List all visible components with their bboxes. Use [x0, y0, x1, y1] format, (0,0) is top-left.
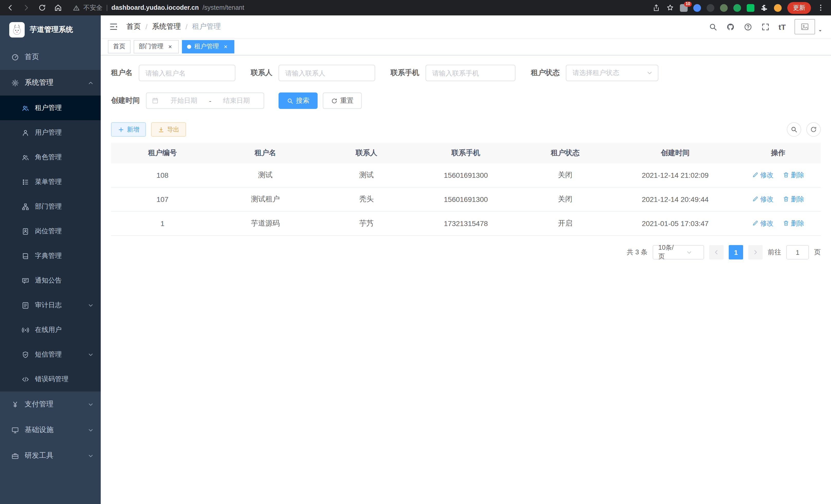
sidebar: 芋道管理系统 首页 系统管理 租户管理 [0, 16, 101, 504]
tenant-name-input[interactable] [139, 65, 235, 81]
sidebar-item-sms[interactable]: 短信管理 [0, 342, 101, 367]
breadcrumb-current: 租户管理 [192, 22, 221, 31]
browser-home-icon[interactable] [54, 4, 62, 12]
address-divider: | [106, 4, 108, 11]
browser-update-button[interactable]: 更新 [787, 2, 811, 13]
edit-icon [752, 172, 758, 179]
sidebar-item-post[interactable]: 岗位管理 [0, 219, 101, 243]
address-bar[interactable]: 不安全 | dashboard.yudao.iocoder.cn/system/… [73, 3, 244, 12]
breadcrumb: 首页 / 系统管理 / 租户管理 [126, 22, 221, 31]
plus-icon [118, 126, 124, 133]
page-content: 租户名 联系人 联系手机 租户状态 请选择租户状态 [101, 56, 831, 504]
edit-icon [752, 196, 758, 203]
github-icon[interactable] [726, 22, 735, 31]
ext-icon-6[interactable] [747, 4, 754, 11]
table-row: 107 测试租户 秃头 15601691300 关闭 2021-12-14 20… [111, 187, 821, 212]
tab-tenant[interactable]: 租户管理 × [182, 40, 234, 53]
filter-row-1: 租户名 联系人 联系手机 租户状态 请选择租户状态 [111, 65, 821, 81]
app-title: 芋道管理系统 [30, 25, 73, 34]
chevron-down-icon [88, 427, 93, 433]
sidebar-item-notice[interactable]: 通知公告 [0, 268, 101, 293]
extensions-puzzle-icon[interactable] [760, 4, 768, 12]
chevron-down-icon [88, 302, 93, 308]
sidebar-item-infra[interactable]: 基础设施 [0, 417, 101, 443]
help-icon[interactable] [744, 22, 752, 31]
ext-icon-4[interactable] [720, 4, 728, 11]
sidebar-item-home[interactable]: 首页 [0, 44, 101, 70]
ext-icon-2[interactable] [693, 4, 701, 11]
sidebar-item-user[interactable]: 用户管理 [0, 120, 101, 145]
header-tools: tT [709, 19, 823, 34]
status-select[interactable]: 请选择租户状态 [566, 65, 658, 81]
delete-link[interactable]: 删除 [783, 219, 804, 228]
bookmark-star-icon[interactable] [666, 4, 674, 12]
show-search-button[interactable] [787, 122, 801, 137]
trash-icon [783, 196, 790, 203]
font-size-icon[interactable]: tT [779, 22, 786, 31]
chevron-down-icon [88, 453, 93, 458]
delete-link[interactable]: 删除 [783, 195, 804, 204]
search-button[interactable]: 搜索 [279, 92, 318, 109]
breadcrumb-system[interactable]: 系统管理 [152, 22, 181, 31]
tab-home[interactable]: 首页 [108, 40, 131, 53]
browser-back-icon[interactable] [6, 4, 15, 12]
sidebar-item-system[interactable]: 系统管理 [0, 70, 101, 95]
delete-link[interactable]: 删除 [783, 171, 804, 180]
browser-reload-icon[interactable] [38, 4, 46, 12]
sidebar-item-dept[interactable]: 部门管理 [0, 194, 101, 219]
prev-page-button[interactable] [709, 245, 724, 260]
share-icon[interactable] [652, 4, 660, 12]
date-range-picker[interactable]: 开始日期 - 结束日期 [146, 92, 264, 109]
sidebar-item-menu[interactable]: 菜单管理 [0, 170, 101, 194]
fullscreen-icon[interactable] [761, 22, 770, 31]
chevron-up-icon [88, 80, 93, 86]
reset-button[interactable]: 重置 [323, 92, 362, 109]
browser-forward-icon[interactable] [22, 4, 30, 12]
app-logo[interactable]: 芋道管理系统 [0, 16, 101, 44]
export-button[interactable]: 导出 [151, 122, 186, 137]
caret-down-icon [818, 28, 823, 33]
sidebar-item-dev-tools[interactable]: 研发工具 [0, 443, 101, 469]
breadcrumb-home[interactable]: 首页 [126, 22, 141, 31]
url-host: dashboard.yudao.iocoder.cn [112, 4, 199, 11]
sidebar-item-pay[interactable]: 支付管理 [0, 391, 101, 417]
sidebar-item-dict[interactable]: 字典管理 [0, 243, 101, 268]
sidebar-item-role[interactable]: 角色管理 [0, 145, 101, 170]
message-bubble-icon [22, 277, 29, 285]
refresh-table-button[interactable] [806, 122, 821, 137]
sidebar-item-tenant[interactable]: 租户管理 [0, 95, 101, 120]
search-icon[interactable] [709, 22, 717, 31]
add-button[interactable]: 新增 [111, 122, 146, 137]
browser-menu-icon[interactable] [816, 4, 825, 12]
close-icon[interactable]: × [167, 43, 174, 50]
status-text: 开启 [515, 219, 615, 228]
tags-view-bar: 首页 部门管理 × 租户管理 × [101, 38, 831, 56]
ext-icon-1[interactable]: 10 [680, 4, 688, 11]
shield-icon [22, 351, 29, 358]
sidebar-item-online-user[interactable]: 在线用户 [0, 318, 101, 342]
edit-link[interactable]: 修改 [752, 195, 773, 204]
page-size-select[interactable]: 10条/页 [653, 245, 704, 260]
page-unit: 页 [814, 248, 821, 257]
tab-dept[interactable]: 部门管理 × [134, 40, 179, 53]
edit-link[interactable]: 修改 [752, 219, 773, 228]
tenant-table: 租户编号 租户名 联系人 联系手机 租户状态 创建时间 操作 108 测试 测试… [111, 143, 821, 236]
profile-avatar-icon[interactable] [774, 4, 782, 11]
gear-icon [11, 79, 19, 87]
next-page-button[interactable] [748, 245, 763, 260]
ext-icon-5[interactable] [733, 4, 741, 11]
sidebar-item-error-code[interactable]: 错误码管理 [0, 367, 101, 391]
phone-input[interactable] [426, 65, 515, 81]
edit-link[interactable]: 修改 [752, 171, 773, 180]
ext-icon-3[interactable] [707, 4, 714, 11]
pagination: 共 3 条 10条/页 1 前往 页 [111, 245, 821, 260]
contact-input[interactable] [279, 65, 375, 81]
sidebar-toggle-icon[interactable] [109, 22, 118, 31]
goto-page-input[interactable] [786, 245, 809, 260]
sidebar-item-audit-log[interactable]: 审计日志 [0, 293, 101, 318]
trash-icon [783, 172, 790, 179]
close-icon[interactable]: × [222, 43, 229, 50]
user-avatar-menu[interactable] [795, 19, 823, 34]
page-number-1[interactable]: 1 [729, 245, 743, 260]
logo-image [9, 22, 25, 37]
